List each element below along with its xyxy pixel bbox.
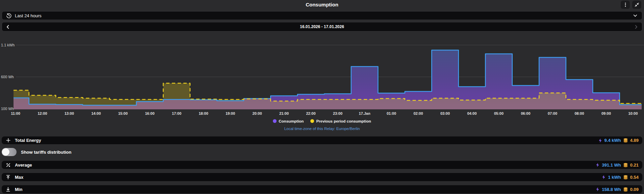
stat-row-average: Average 391.1 Wh 0.21: [2, 161, 642, 169]
toggle-label: Show tariffs distribution: [21, 150, 72, 155]
cost-value: 0.21: [630, 163, 639, 168]
x-axis-tick: 10:00: [628, 111, 638, 115]
x-axis-tick: 21:00: [279, 111, 289, 115]
stat-label: Average: [15, 163, 32, 168]
percent-icon: [5, 162, 11, 168]
x-axis-tick: 22:00: [306, 111, 315, 115]
energy-value: 9.4 kWh: [604, 138, 621, 143]
x-axis-tick: 16:00: [145, 111, 154, 115]
time-range-selector[interactable]: Last 24 hours: [2, 11, 642, 20]
stat-row-max: Max 1 kWh 0.54: [2, 173, 642, 181]
x-axis-tick: 04:00: [467, 111, 476, 115]
x-axis-tick: 02:00: [413, 111, 423, 115]
x-axis-tick: 15:00: [118, 111, 128, 115]
legend-item-consumption: Consumption: [273, 119, 304, 123]
menu-button[interactable]: [621, 1, 630, 9]
x-axis-tick: 19:00: [226, 111, 235, 115]
x-axis-tick: 08:00: [574, 111, 584, 115]
x-axis-tick: 18:00: [199, 111, 208, 115]
x-axis-tick: 23:00: [333, 111, 342, 115]
x-axis-tick: 20:00: [252, 111, 262, 115]
stat-label: Max: [15, 175, 23, 180]
cost-value: 0.09: [630, 187, 639, 192]
stat-row-min: Min 158.8 Wh 0.09: [2, 185, 642, 193]
kebab-menu-icon: [623, 2, 628, 7]
tariffs-toggle-row: Show tariffs distribution: [2, 148, 642, 156]
history-icon: [6, 13, 12, 19]
energy-value: 158.8 Wh: [602, 187, 621, 192]
date-range-label: 16.01.2026 - 17.01.2026: [2, 24, 642, 29]
x-axis-tick: 12:00: [37, 111, 47, 115]
coins-icon: [623, 163, 628, 168]
consumption-dot-icon: [273, 119, 277, 123]
stat-row-total-energy: Total Energy 9.4 kWh 4.89: [2, 136, 642, 144]
legend-label: Consumption: [279, 119, 304, 123]
widget-header: Consumption: [0, 0, 644, 9]
coins-icon: [623, 187, 628, 192]
toggle-knob: [2, 148, 9, 156]
legend-label: Previous period consumption: [316, 119, 371, 123]
y-axis-tick: 600 Wh: [1, 75, 14, 79]
x-axis-tick: 17.Jan: [359, 111, 370, 115]
compress-icon: [634, 2, 640, 7]
x-axis-tick: 07:00: [548, 111, 557, 115]
chevron-down-icon: [633, 13, 638, 18]
cost-value: 0.54: [630, 175, 639, 180]
x-axis-tick: 05:00: [494, 111, 504, 115]
chart-legend: Consumption Previous period consumption: [0, 118, 644, 124]
x-axis-tick: 06:00: [521, 111, 530, 115]
time-range-label: Last 24 hours: [15, 13, 42, 18]
page-title: Consumption: [0, 0, 644, 9]
header-actions: [621, 1, 641, 9]
y-axis-tick: 1.1 kWh: [1, 43, 15, 47]
x-axis-tick: 17:00: [172, 111, 181, 115]
plus-icon: [5, 137, 11, 143]
timezone-note: Local time-zone of this Relay: Europe/Be…: [0, 127, 644, 131]
lightning-bolt-icon: [598, 138, 603, 143]
stat-label: Total Energy: [15, 138, 41, 143]
arrow-down-to-bar-icon: [5, 187, 11, 192]
arrow-up-to-bar-icon: [5, 174, 11, 180]
consumption-chart: 1.1 kWh600 Wh100 Wh11:0012:0013:0014:001…: [0, 33, 644, 117]
energy-value: 1 kWh: [608, 175, 621, 180]
x-axis-tick: 09:00: [601, 111, 611, 115]
show-tariffs-toggle[interactable]: [2, 148, 17, 156]
previous-period-dot-icon: [310, 119, 314, 123]
x-axis-tick: 03:00: [440, 111, 450, 115]
cost-value: 4.89: [630, 138, 639, 143]
y-axis-tick: 100 Wh: [1, 107, 14, 111]
date-navigation: 16.01.2026 - 17.01.2026: [2, 22, 642, 31]
x-axis-tick: 14:00: [91, 111, 101, 115]
lightning-bolt-icon: [595, 187, 600, 192]
energy-value: 391.1 Wh: [602, 163, 621, 168]
collapse-button[interactable]: [632, 1, 641, 9]
x-axis-tick: 11:00: [11, 111, 20, 115]
lightning-bolt-icon: [595, 163, 600, 167]
legend-item-previous: Previous period consumption: [310, 119, 371, 123]
stat-label: Min: [15, 187, 22, 192]
x-axis-tick: 13:00: [65, 111, 74, 115]
x-axis-tick: 01:00: [387, 111, 396, 115]
coins-icon: [623, 175, 628, 180]
lightning-bolt-icon: [601, 175, 606, 179]
coins-icon: [623, 138, 628, 143]
